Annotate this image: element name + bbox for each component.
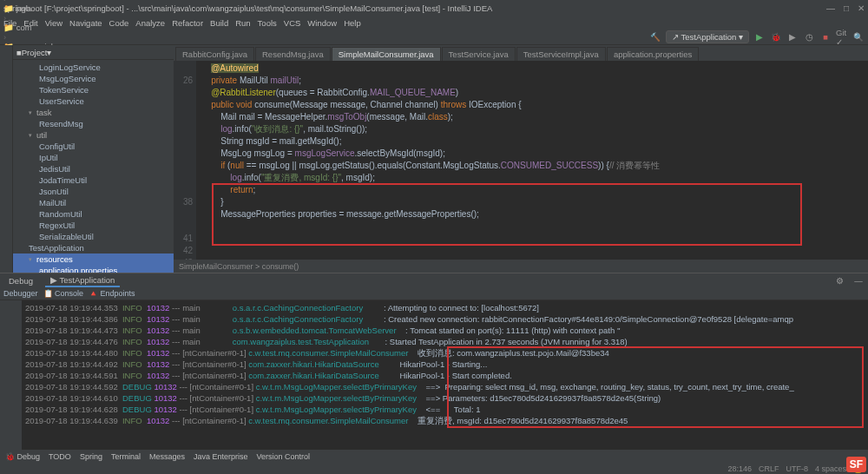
coverage-icon[interactable]: ▶ bbox=[786, 31, 799, 43]
hide-icon[interactable]: — bbox=[852, 274, 865, 286]
tab-console[interactable]: 📋 Console bbox=[43, 289, 84, 298]
editor-tab[interactable]: TestService.java bbox=[442, 47, 516, 61]
code-line[interactable]: log.info("重复消费, msgId: {}", msgId); bbox=[201, 172, 868, 184]
toolwin-debug[interactable]: 🐞 Debug bbox=[5, 452, 40, 461]
tree-node[interactable]: ConfigUtil bbox=[13, 141, 174, 152]
tree-node[interactable]: resources bbox=[13, 253, 174, 265]
watermark-badge: SF bbox=[846, 457, 866, 472]
tree-node[interactable]: RegexUtil bbox=[13, 220, 174, 231]
code-line[interactable]: @RabbitListener(queues = RabbitConfig.MA… bbox=[201, 87, 868, 99]
tree-node[interactable]: RandomUtil bbox=[13, 208, 174, 220]
tree-node[interactable]: MsgLogService bbox=[13, 73, 174, 84]
maximize-icon[interactable]: □ bbox=[844, 3, 849, 13]
run-icon[interactable]: ▶ bbox=[753, 31, 766, 43]
editor-tab[interactable]: SimpleMailConsumer.java bbox=[332, 47, 441, 61]
log-line: 2019-07-18 19:19:44.386 INFO 10132 --- m… bbox=[25, 313, 865, 325]
code-line[interactable]: if (null == msgLog || msgLog.getStatus()… bbox=[201, 160, 868, 172]
tab-endpoints[interactable]: 🔺 Endpoints bbox=[89, 289, 135, 298]
code-line[interactable]: private MailUtil mailUtil; bbox=[201, 75, 868, 87]
code-line[interactable]: Mail mail = MessageHelper.msgToObj(messa… bbox=[201, 111, 868, 123]
tab-debugger[interactable]: Debugger bbox=[3, 289, 38, 298]
menu-analyze[interactable]: Analyze bbox=[135, 18, 165, 28]
tree-node[interactable]: MailUtil bbox=[13, 197, 174, 208]
debug-tool-tabs: Debug ▶ TestApplication ⚙ — bbox=[0, 273, 868, 287]
console-lines[interactable]: 2019-07-18 19:19:44.353 INFO 10132 --- m… bbox=[22, 300, 868, 459]
toolwin-todo[interactable]: TODO bbox=[49, 452, 71, 461]
console[interactable]: 2019-07-18 19:19:44.353 INFO 10132 --- m… bbox=[0, 300, 868, 459]
tree-node[interactable]: util bbox=[13, 129, 174, 141]
code-line[interactable]: public void consume(Message message, Cha… bbox=[201, 99, 868, 111]
tree-node[interactable]: UserService bbox=[13, 95, 174, 107]
structure-breadcrumb[interactable]: SimpleMailConsumer > consume() bbox=[174, 260, 868, 273]
menu-vcs[interactable]: VCS bbox=[284, 18, 301, 28]
hammer-icon[interactable]: 🔨 bbox=[649, 31, 661, 43]
code-line[interactable]: MsgLog msgLog = msgLogService.selectByMs… bbox=[201, 148, 868, 160]
tab-debug[interactable]: Debug bbox=[3, 275, 38, 286]
editor-tab[interactable]: TestServiceImpl.java bbox=[516, 47, 606, 61]
tab-testapplication[interactable]: ▶ TestApplication bbox=[45, 274, 120, 287]
toolwin-version-control[interactable]: Version Control bbox=[256, 452, 310, 461]
nav-bar: 📁 springboot › 📁 src › 📁 main › 📁 java ›… bbox=[0, 30, 868, 45]
editor-tabs: RabbitConfig.javaResendMsg.javaSimpleMai… bbox=[174, 45, 868, 61]
menu-window[interactable]: Window bbox=[307, 18, 337, 28]
console-highlight-box bbox=[447, 346, 864, 428]
code-area[interactable]: 26 38 414243 @Autowired private MailUtil… bbox=[174, 61, 868, 260]
window-title: springboot [F:\project\springboot] - ...… bbox=[3, 3, 826, 13]
editor-tab[interactable]: ResendMsg.java bbox=[255, 47, 331, 61]
debug-sub-tabs: Debugger 📋 Console 🔺 Endpoints bbox=[0, 287, 868, 300]
project-panel: ■ Project ▾ LoginLogServiceMsgLogService… bbox=[13, 45, 174, 273]
tree-node[interactable]: TokenService bbox=[13, 84, 174, 95]
tree-node[interactable]: JedisUtil bbox=[13, 163, 174, 174]
menu-build[interactable]: Build bbox=[210, 18, 228, 28]
run-config-selector[interactable]: ↗ TestApplication ▾ bbox=[666, 30, 749, 43]
toolwin-terminal[interactable]: Terminal bbox=[111, 452, 141, 461]
toolwin-java-enterprise[interactable]: Java Enterprise bbox=[194, 452, 248, 461]
editor-tab[interactable]: RabbitConfig.java bbox=[175, 47, 254, 61]
tree-node[interactable]: SerializableUtil bbox=[13, 231, 174, 242]
stop-icon[interactable]: ■ bbox=[819, 31, 832, 43]
settings-icon[interactable]: ⚙ bbox=[833, 274, 845, 286]
menu-run[interactable]: Run bbox=[235, 18, 250, 28]
log-line: 2019-07-18 19:19:44.473 INFO 10132 --- m… bbox=[25, 325, 865, 336]
git-icon[interactable]: Git ✓ bbox=[836, 31, 848, 43]
status-bar-right: 28:146 CRLF UTF-8 4 spaces 🔓 bbox=[0, 464, 868, 474]
bottom-panel: Debug ▶ TestApplication ⚙ — Debugger 📋 C… bbox=[0, 273, 868, 459]
menu-refactor[interactable]: Refactor bbox=[172, 18, 203, 28]
line-ending[interactable]: CRLF bbox=[759, 464, 779, 473]
menu-tools[interactable]: Tools bbox=[258, 18, 277, 28]
code-line[interactable]: String msgId = mail.getMsgId(); bbox=[201, 135, 868, 148]
toolwin-spring[interactable]: Spring bbox=[80, 452, 102, 461]
menu-bar: FileEditViewNavigateCodeAnalyzeRefactorB… bbox=[0, 16, 868, 30]
project-panel-header[interactable]: ■ Project ▾ bbox=[13, 45, 174, 60]
crumb-item[interactable]: 📁 java bbox=[3, 3, 95, 13]
close-icon[interactable]: ✕ bbox=[858, 3, 865, 13]
caret-position[interactable]: 28:146 bbox=[727, 464, 752, 473]
file-encoding[interactable]: UTF-8 bbox=[786, 464, 808, 473]
tree-node[interactable]: ResendMsg bbox=[13, 118, 174, 129]
tree-node[interactable]: IpUtil bbox=[13, 152, 174, 163]
code-line[interactable]: @Autowired bbox=[201, 63, 868, 75]
toolwin-messages[interactable]: Messages bbox=[149, 452, 185, 461]
tree-node[interactable]: JodaTimeUtil bbox=[13, 174, 174, 186]
project-tree[interactable]: LoginLogServiceMsgLogServiceTokenService… bbox=[13, 60, 174, 273]
tree-node[interactable]: task bbox=[13, 107, 174, 118]
tree-node[interactable]: TestApplication bbox=[13, 242, 174, 253]
line-gutter: 26 38 414243 bbox=[174, 61, 196, 260]
tree-node[interactable]: JsonUtil bbox=[13, 186, 174, 197]
tool-window-bar: 🐞 DebugTODOSpringTerminalMessagesJava En… bbox=[0, 450, 868, 464]
code-lines[interactable]: @Autowired private MailUtil mailUtil; @R… bbox=[196, 61, 868, 260]
menu-help[interactable]: Help bbox=[344, 18, 361, 28]
code-line[interactable]: log.info("收到消息: {}", mail.toString()); bbox=[201, 123, 868, 135]
title-bar: springboot [F:\project\springboot] - ...… bbox=[0, 0, 868, 16]
crumb-item[interactable]: 📁 com bbox=[3, 23, 95, 32]
minimize-icon[interactable]: — bbox=[826, 3, 835, 13]
indent-setting[interactable]: 4 spaces bbox=[815, 464, 846, 473]
search-icon[interactable]: 🔍 bbox=[852, 31, 865, 43]
menu-code[interactable]: Code bbox=[109, 18, 129, 28]
profiler-icon[interactable]: ◷ bbox=[803, 31, 815, 43]
tree-node[interactable]: LoginLogService bbox=[13, 62, 174, 73]
tree-node[interactable]: application.properties bbox=[13, 265, 174, 273]
editor-tab[interactable]: application.properties bbox=[607, 47, 699, 61]
debug-icon[interactable]: 🐞 bbox=[770, 31, 782, 43]
console-gutter bbox=[0, 300, 22, 459]
